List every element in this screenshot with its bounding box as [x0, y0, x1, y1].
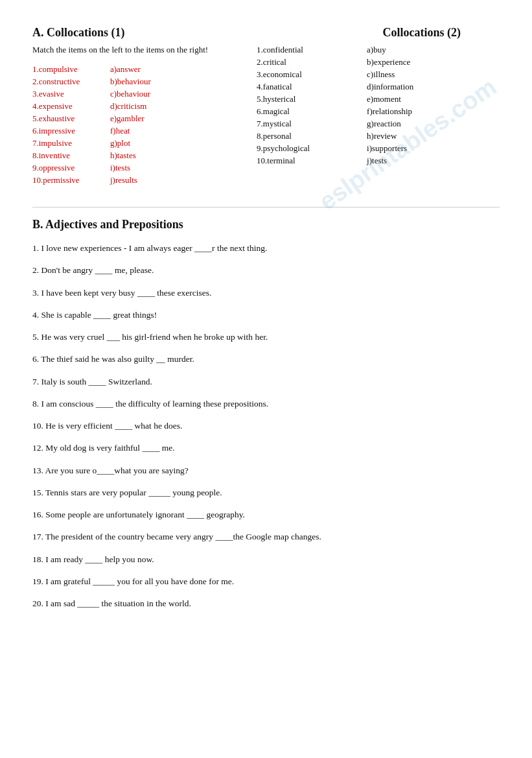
- left-colloc-item: 10.permissivej)results: [32, 175, 257, 185]
- colloc-num: 3.evasive: [32, 89, 110, 99]
- right-answer-item: j)tests: [367, 156, 413, 166]
- sentence-list: 1. I love new experiences - I am always …: [32, 242, 500, 610]
- right-answer-item: f)relationship: [367, 106, 413, 117]
- colloc-num: 5.exhaustive: [32, 113, 110, 124]
- left-colloc-item: 8.inventiveh)tastes: [32, 150, 257, 161]
- colloc-num: 10.permissive: [32, 175, 110, 185]
- right-answer-item: e)moment: [367, 94, 413, 104]
- sentence-item: 10. He is very efficient ____ what he do…: [32, 420, 500, 432]
- colloc-answer: c)behaviour: [110, 89, 150, 99]
- left-colloc-item: 9.oppressivei)tests: [32, 163, 257, 173]
- left-colloc-item: 7.impulsiveg)plot: [32, 138, 257, 148]
- right-answer-item: a)buy: [367, 45, 413, 55]
- sentence-item: 16. Some people are unfortunately ignora…: [32, 508, 500, 521]
- section-a-header: A. Collocations (1) Collocations (2): [32, 26, 500, 40]
- colloc-answer: g)plot: [110, 138, 130, 148]
- right-num-item: 1.confidential: [257, 45, 347, 55]
- right-num-item: 2.critical: [257, 57, 347, 67]
- sentence-item: 15. Tennis stars are very popular _____ …: [32, 486, 500, 499]
- colloc-answer: i)tests: [110, 163, 130, 173]
- right-num-item: 6.magical: [257, 106, 347, 117]
- sentence-item: 13. Are you sure o____what you are sayin…: [32, 464, 500, 477]
- colloc-num: 4.expensive: [32, 101, 110, 112]
- right-num-item: 10.terminal: [257, 156, 347, 166]
- colloc-answer: j)results: [110, 175, 137, 185]
- left-colloc-item: 3.evasivec)behaviour: [32, 89, 257, 99]
- sentence-item: 7. Italy is south ____ Switzerland.: [32, 375, 500, 388]
- sentence-item: 6. The thief said he was also guilty __ …: [32, 353, 500, 366]
- right-num-item: 5.hysterical: [257, 94, 347, 104]
- instruction: Match the items on the left to the items…: [32, 45, 257, 55]
- colloc-answer: f)heat: [110, 126, 130, 136]
- colloc-num: 6.impressive: [32, 126, 110, 136]
- right-answer-item: b)experience: [367, 57, 413, 67]
- colloc-num: 1.compulsive: [32, 64, 110, 75]
- colloc-answer: b)behaviour: [110, 77, 151, 87]
- colloc-num: 8.inventive: [32, 150, 110, 161]
- right-answer-item: h)review: [367, 131, 413, 141]
- divider: [32, 207, 500, 207]
- left-colloc-list: 1.compulsivea)answer2.constructiveb)beha…: [32, 64, 257, 185]
- left-colloc-item: 6.impressivef)heat: [32, 126, 257, 136]
- colloc-num: 9.oppressive: [32, 163, 110, 173]
- sentence-item: 12. My old dog is very faithful ____ me.: [32, 442, 500, 455]
- sentence-item: 19. I am grateful _____ you for all you …: [32, 575, 500, 588]
- left-colloc-item: 5.exhaustivee)gambler: [32, 113, 257, 124]
- left-colloc-item: 4.expensived)criticism: [32, 101, 257, 112]
- collocations-container: Match the items on the left to the items…: [32, 45, 500, 187]
- sentence-item: 2. Don't be angry ____ me, please.: [32, 264, 500, 277]
- sentence-item: 20. I am sad _____ the situation in the …: [32, 597, 500, 610]
- sentence-item: 1. I love new experiences - I am always …: [32, 242, 500, 255]
- sentence-item: 8. I am conscious ____ the difficulty of…: [32, 397, 500, 410]
- section-a-title: A. Collocations (1): [32, 26, 125, 40]
- section-a-title-right: Collocations (2): [383, 26, 461, 40]
- right-num-item: 3.economical: [257, 69, 347, 80]
- col-right: 1.confidential2.critical3.economical4.fa…: [257, 45, 500, 187]
- right-answer-item: c)illness: [367, 69, 413, 80]
- colloc-answer: d)criticism: [110, 101, 146, 112]
- section-b-title: B. Adjectives and Prepositions: [32, 218, 500, 231]
- sentence-item: 18. I am ready ____ help you now.: [32, 553, 500, 566]
- sentence-item: 3. I have been kept very busy ____ these…: [32, 287, 500, 300]
- sentence-item: 17. The president of the country became …: [32, 530, 500, 543]
- right-answer-item: g)reaction: [367, 119, 413, 129]
- right-answers-list: a)buyb)experiencec)illnessd)informatione…: [367, 45, 413, 187]
- right-answer-item: d)information: [367, 82, 413, 92]
- left-colloc-item: 2.constructiveb)behaviour: [32, 77, 257, 87]
- right-num-item: 4.fanatical: [257, 82, 347, 92]
- section-b: B. Adjectives and Prepositions 1. I love…: [32, 218, 500, 610]
- left-colloc-item: 1.compulsivea)answer: [32, 64, 257, 75]
- colloc-answer: a)answer: [110, 64, 141, 75]
- right-num-item: 7.mystical: [257, 119, 347, 129]
- colloc-answer: e)gambler: [110, 113, 145, 124]
- colloc-num: 7.impulsive: [32, 138, 110, 148]
- colloc-answer: h)tastes: [110, 150, 136, 161]
- sentence-item: 5. He was very cruel ___ his girl-friend…: [32, 331, 500, 344]
- colloc-num: 2.constructive: [32, 77, 110, 87]
- col-left: Match the items on the left to the items…: [32, 45, 257, 187]
- right-nums-list: 1.confidential2.critical3.economical4.fa…: [257, 45, 347, 187]
- right-num-item: 8.personal: [257, 131, 347, 141]
- sentence-item: 4. She is capable ____ great things!: [32, 309, 500, 322]
- right-answer-item: i)supporters: [367, 143, 413, 154]
- right-num-item: 9.psychological: [257, 143, 347, 154]
